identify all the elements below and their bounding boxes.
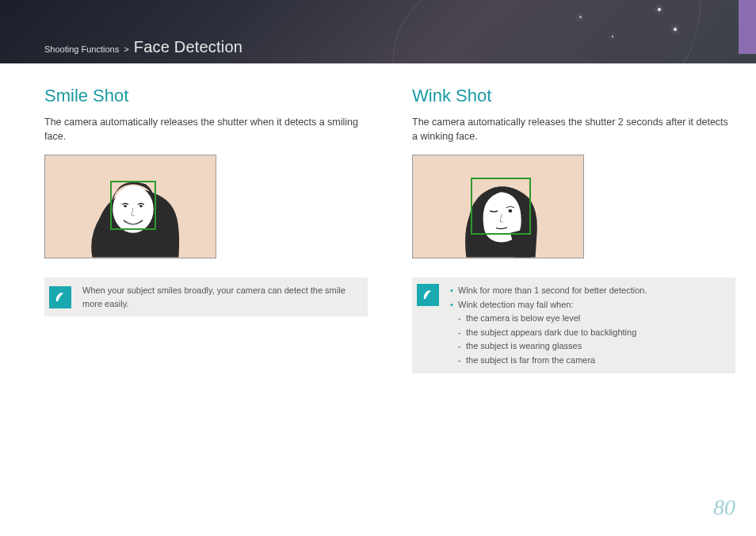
note-sub-list: the camera is below eye level the subjec… <box>458 312 647 366</box>
page-number: 80 <box>713 495 735 520</box>
note-text-wink: Wink for more than 1 second for better d… <box>450 284 647 367</box>
list-item: the subject appears dark due to backligh… <box>458 326 647 339</box>
face-detection-box <box>471 178 531 235</box>
illustration-wink <box>412 155 584 258</box>
page-header: Shooting Functions > Face Detection <box>0 0 756 63</box>
decorative-swirl <box>380 0 720 63</box>
note-icon <box>49 286 71 308</box>
column-smile-shot: Smile Shot The camera automatically rele… <box>44 86 368 373</box>
heading-smile-shot: Smile Shot <box>44 86 368 106</box>
note-box-smile: When your subject smiles broadly, your c… <box>44 278 368 316</box>
page-title: Face Detection <box>134 38 242 56</box>
note-icon <box>417 284 439 306</box>
breadcrumb-parent: Shooting Functions <box>44 44 119 54</box>
note-box-wink: Wink for more than 1 second for better d… <box>412 278 735 373</box>
content-area: Smile Shot The camera automatically rele… <box>0 63 756 373</box>
list-item: the subject is far from the camera <box>458 354 647 367</box>
list-item: Wink detection may fail when: the camera… <box>450 298 647 367</box>
sparkle-icon <box>612 36 613 37</box>
list-item: Wink for more than 1 second for better d… <box>450 284 647 297</box>
body-smile-shot: The camera automatically releases the sh… <box>44 116 361 144</box>
heading-wink-shot: Wink Shot <box>412 86 735 106</box>
breadcrumb-separator: > <box>124 44 128 54</box>
list-item: the subject is wearing glasses <box>458 339 647 353</box>
column-wink-shot: Wink Shot The camera automatically relea… <box>412 86 735 373</box>
illustration-smile <box>44 155 216 258</box>
side-tab <box>739 0 756 54</box>
list-item: the camera is below eye level <box>458 312 647 325</box>
sparkle-icon <box>674 28 677 31</box>
list-item-label: Wink detection may fail when: <box>458 300 574 309</box>
face-detection-box <box>110 181 156 230</box>
sparkle-icon <box>579 16 582 18</box>
breadcrumb: Shooting Functions > Face Detection <box>44 38 242 56</box>
sparkle-icon <box>658 8 661 11</box>
note-text-smile: When your subject smiles broadly, your c… <box>82 284 358 310</box>
note-bullet-list: Wink for more than 1 second for better d… <box>450 284 647 366</box>
body-wink-shot: The camera automatically releases the sh… <box>412 116 729 144</box>
